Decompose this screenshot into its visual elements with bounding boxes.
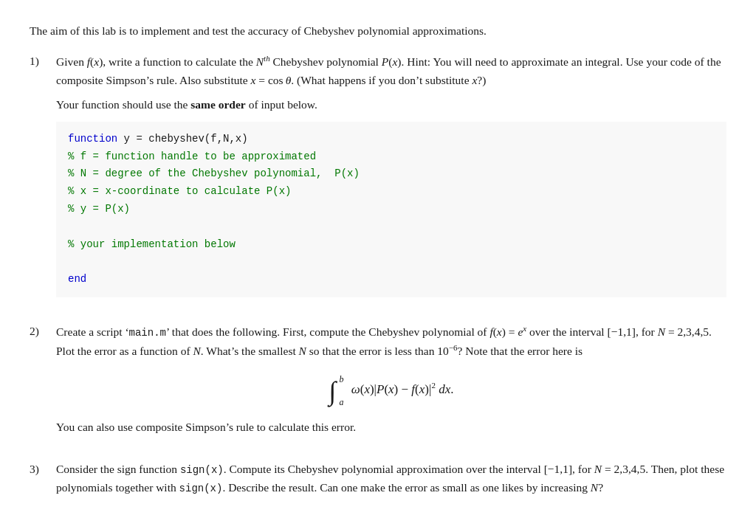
question-2-content: Create a script ‘main.m’ that does the f… [56, 322, 726, 443]
integral-symbol: ∫ [329, 378, 337, 404]
question-2: 2) Create a script ‘main.m’ that does th… [30, 322, 726, 443]
integral-lower: a [339, 395, 343, 410]
q2-para1: Create a script ‘main.m’ that does the f… [56, 322, 726, 361]
question-1: 1) Given f(x), write a function to calcu… [30, 52, 726, 305]
integral-upper: b [339, 373, 343, 387]
q3-para1: Consider the sign function sign(x). Comp… [56, 460, 726, 497]
code-line-blank1 [68, 218, 715, 236]
code-line-7: end [68, 271, 715, 289]
q2-para2: You can also use composite Simpson’s rul… [56, 418, 726, 437]
question-2-number: 2) [30, 322, 56, 341]
q2-integral-display: ∫ b a ω(x)|P(x) − f(x)|2 dx. [56, 371, 726, 408]
code-line-3: % N = degree of the Chebyshev polynomial… [68, 165, 715, 183]
code-line-6: % your implementation below [68, 236, 715, 254]
question-1-number: 1) [30, 52, 56, 71]
question-3-content: Consider the sign function sign(x). Comp… [56, 460, 726, 503]
integral-expression: ω(x)|P(x) − f(x)|2 dx. [348, 379, 453, 399]
intro-text: The aim of this lab is to implement and … [30, 22, 726, 39]
code-line-1: function y = chebyshev(f,N,x) [68, 131, 715, 148]
q1-code-block: function y = chebyshev(f,N,x) % f = func… [56, 122, 726, 297]
code-line-blank2 [68, 253, 715, 271]
question-3-number: 3) [30, 460, 56, 479]
code-line-5: % y = P(x) [68, 201, 715, 218]
q1-para2: Your function should use the same order … [56, 96, 726, 114]
question-1-content: Given f(x), write a function to calculat… [56, 52, 726, 305]
code-line-4: % x = x-coordinate to calculate P(x) [68, 183, 715, 201]
question-3: 3) Consider the sign function sign(x). C… [30, 460, 726, 503]
q1-para1: Given f(x), write a function to calculat… [56, 52, 726, 90]
code-line-2: % f = function handle to be approximated [68, 148, 715, 166]
integral-limits: b a [339, 373, 343, 410]
